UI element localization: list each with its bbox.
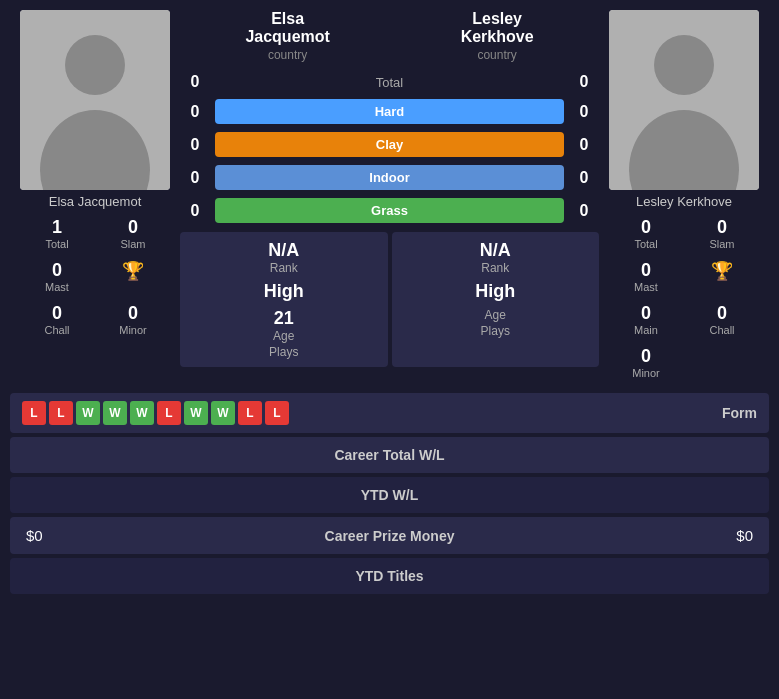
surface-score-row: 0Indoor0 bbox=[180, 162, 599, 193]
left-name-center: Elsa Jacquemot country bbox=[245, 10, 329, 62]
win-badge: W bbox=[184, 401, 208, 425]
right-minor-stat: 0 Minor bbox=[609, 342, 683, 383]
middle-section: Elsa Jacquemot country Lesley Kerkhove c… bbox=[180, 10, 599, 383]
loss-badge: L bbox=[238, 401, 262, 425]
career-prize-row: $0 Career Prize Money $0 bbox=[10, 517, 769, 554]
left-slam-stat: 0 Slam bbox=[96, 213, 170, 254]
loss-badge: L bbox=[157, 401, 181, 425]
surface-score-row: 0Hard0 bbox=[180, 96, 599, 127]
left-player-card: Elsa Jacquemot 1 Total 0 Slam 0 Mast 🏆 bbox=[10, 10, 180, 383]
main-container: Elsa Jacquemot 1 Total 0 Slam 0 Mast 🏆 bbox=[0, 0, 779, 608]
comparison-row: Elsa Jacquemot 1 Total 0 Slam 0 Mast 🏆 bbox=[10, 10, 769, 383]
win-badge: W bbox=[130, 401, 154, 425]
right-chall-stat: 0 Chall bbox=[685, 299, 759, 340]
svg-point-4 bbox=[654, 35, 714, 95]
win-badge: W bbox=[76, 401, 100, 425]
left-mast-stat: 0 Mast bbox=[20, 256, 94, 297]
total-score-row: 0 Total 0 bbox=[180, 70, 599, 94]
loss-badge: L bbox=[22, 401, 46, 425]
left-player-photo bbox=[20, 10, 170, 190]
right-info-panel: N/A Rank High Age Plays bbox=[392, 232, 600, 367]
ytd-wl-row: YTD W/L bbox=[10, 477, 769, 513]
right-player-card: Lesley Kerkhove 0 Total 0 Slam 0 Mast 🏆 bbox=[599, 10, 769, 383]
player-names-row: Elsa Jacquemot country Lesley Kerkhove c… bbox=[180, 10, 599, 62]
right-total-stat: 0 Total bbox=[609, 213, 683, 254]
left-total-stat: 1 Total bbox=[20, 213, 94, 254]
form-label: Form bbox=[722, 405, 757, 421]
surface-rows: 0Hard00Clay00Indoor00Grass0 bbox=[180, 96, 599, 228]
surface-score-row: 0Clay0 bbox=[180, 129, 599, 160]
left-chall-stat: 0 Chall bbox=[20, 299, 94, 340]
left-trophy-icon: 🏆 bbox=[96, 256, 170, 297]
left-info-panel: N/A Rank High 21 Age Plays bbox=[180, 232, 388, 367]
right-main-stat: 0 Main bbox=[609, 299, 683, 340]
svg-point-1 bbox=[65, 35, 125, 95]
ytd-titles-row: YTD Titles bbox=[10, 558, 769, 594]
right-mast-stat: 0 Mast bbox=[609, 256, 683, 297]
career-wl-row: Career Total W/L bbox=[10, 437, 769, 473]
loss-badge: L bbox=[265, 401, 289, 425]
right-stats-grid: 0 Total 0 Slam 0 Mast 🏆 0 Main bbox=[609, 213, 759, 383]
left-minor-stat: 0 Minor bbox=[96, 299, 170, 340]
left-stats-grid: 1 Total 0 Slam 0 Mast 🏆 0 Main bbox=[20, 213, 170, 340]
form-badges: LLWWWLWWLL bbox=[22, 401, 289, 425]
loss-badge: L bbox=[49, 401, 73, 425]
right-player-name: Lesley Kerkhove bbox=[636, 194, 732, 209]
form-row: LLWWWLWWLL Form bbox=[22, 401, 757, 425]
win-badge: W bbox=[103, 401, 127, 425]
right-name-center: Lesley Kerkhove country bbox=[461, 10, 534, 62]
player-info-panels: N/A Rank High 21 Age Plays bbox=[180, 232, 599, 367]
right-trophy-icon: 🏆 bbox=[685, 256, 759, 297]
form-section: LLWWWLWWLL Form bbox=[10, 393, 769, 433]
win-badge: W bbox=[211, 401, 235, 425]
right-player-photo bbox=[609, 10, 759, 190]
right-slam-stat: 0 Slam bbox=[685, 213, 759, 254]
left-player-name: Elsa Jacquemot bbox=[49, 194, 142, 209]
surface-score-row: 0Grass0 bbox=[180, 195, 599, 226]
